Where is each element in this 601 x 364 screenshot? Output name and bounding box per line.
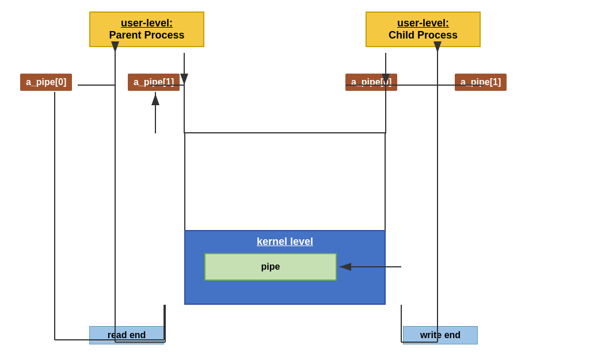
pipe-label: pipe [261, 262, 280, 272]
pipe-box: pipe [204, 253, 337, 281]
parent-pipe-label-1: a_pipe[1] [128, 74, 180, 91]
child-pipe-label-1: a_pipe[1] [455, 74, 507, 91]
child-process-label2: Child Process [377, 29, 469, 41]
parent-process-box: user-level: Parent Process [89, 12, 204, 47]
parent-process-label1: user-level: [101, 17, 193, 29]
parent-pipe-label-0: a_pipe[0] [20, 74, 72, 91]
child-pipe-label-0: a_pipe[0] [345, 74, 397, 91]
child-process-box: user-level: Child Process [366, 12, 481, 47]
diagram-container: user-level: Parent Process user-level: C… [0, 0, 601, 364]
child-process-label1: user-level: [377, 17, 469, 29]
write-end-label: write end [403, 326, 478, 344]
kernel-label: kernel level [185, 231, 385, 248]
parent-process-label2: Parent Process [101, 29, 193, 41]
read-end-label: read end [89, 326, 164, 344]
